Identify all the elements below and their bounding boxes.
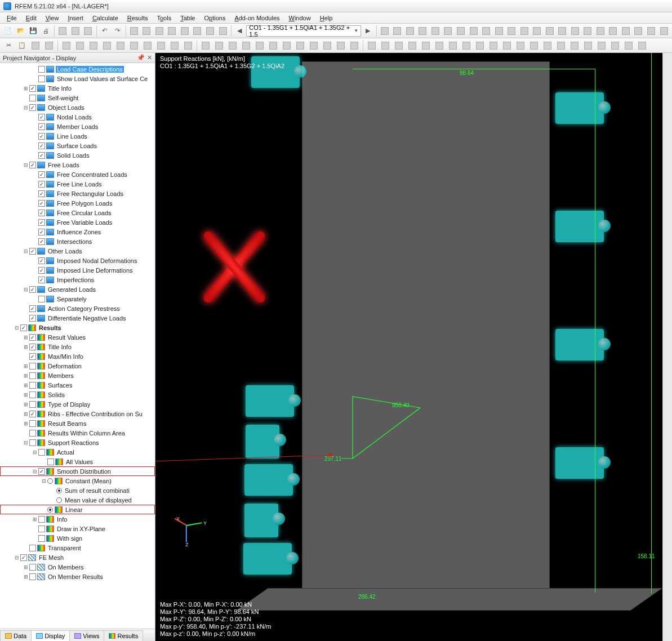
tool-icon[interactable] [57, 25, 69, 37]
menu-options[interactable]: Options [199, 14, 230, 23]
tool-icon[interactable] [204, 25, 216, 37]
tool-icon[interactable] [154, 25, 166, 37]
tool-icon[interactable] [557, 25, 568, 37]
navigator-tree[interactable]: Load Case DescriptionsShow Load Values a… [0, 63, 155, 629]
tree-checkbox[interactable] [38, 449, 45, 456]
tree-checkbox[interactable] [38, 238, 45, 245]
tree-checkbox[interactable] [29, 104, 36, 111]
tool-icon[interactable] [182, 39, 194, 52]
menu-table[interactable]: Table [176, 14, 199, 23]
tree-item[interactable]: ⊟Constant (Mean) [0, 476, 155, 486]
copy-button[interactable] [16, 39, 28, 52]
tree-checkbox[interactable] [29, 430, 36, 437]
cut-button[interactable] [2, 39, 15, 52]
new-button[interactable] [2, 25, 14, 37]
close-icon[interactable]: ✕ [147, 54, 152, 61]
tool-icon[interactable] [468, 25, 479, 37]
tool-icon[interactable] [166, 25, 178, 37]
tool-icon[interactable] [70, 25, 82, 37]
tool-icon[interactable] [393, 39, 405, 52]
tree-item[interactable]: ⊟Object Loads [0, 103, 155, 112]
tool-icon[interactable] [541, 39, 554, 52]
tree-item[interactable]: ⊟Other Loads [0, 246, 155, 256]
tool-icon[interactable] [366, 39, 378, 52]
tree-item[interactable]: Action Category Prestress [0, 304, 155, 313]
tree-checkbox[interactable] [29, 85, 36, 92]
tool-icon[interactable] [622, 39, 635, 52]
navigator-tab-views[interactable]: Views [69, 630, 104, 641]
tool-icon[interactable] [420, 39, 432, 52]
tree-checkbox[interactable] [29, 286, 36, 293]
tool-icon[interactable] [582, 39, 594, 52]
tree-item[interactable]: ⊟Results [0, 323, 155, 332]
tree-checkbox[interactable] [38, 210, 45, 216]
tool-icon[interactable] [141, 25, 153, 37]
undo-button[interactable] [99, 25, 111, 37]
tool-icon[interactable] [321, 39, 333, 52]
menu-view[interactable]: View [41, 14, 64, 23]
tree-item[interactable]: Nodal Loads [0, 112, 155, 122]
tree-checkbox[interactable] [38, 267, 45, 274]
tree-expander[interactable]: ⊞ [23, 382, 29, 388]
tree-checkbox[interactable] [38, 200, 45, 207]
tree-item[interactable]: Load Case Descriptions [0, 64, 155, 74]
tool-icon[interactable] [213, 39, 225, 52]
tool-icon[interactable] [43, 39, 55, 52]
tool-icon[interactable] [281, 39, 293, 52]
tool-icon[interactable] [141, 39, 154, 52]
tree-item[interactable]: Free Variable Loads [0, 217, 155, 227]
tree-item[interactable]: ⊞Title Info [0, 83, 155, 93]
tree-checkbox[interactable] [38, 468, 45, 475]
tree-checkbox[interactable] [29, 564, 36, 571]
tree-checkbox[interactable] [29, 305, 36, 312]
tool-icon[interactable] [101, 39, 113, 52]
tool-icon[interactable] [493, 25, 505, 37]
tree-item[interactable]: Linear [0, 505, 155, 514]
menu-window[interactable]: Window [284, 14, 315, 23]
tree-checkbox[interactable] [29, 401, 36, 408]
tree-checkbox[interactable] [29, 545, 36, 551]
tool-icon[interactable] [87, 39, 100, 52]
tree-expander[interactable]: ⊞ [23, 421, 29, 426]
tool-icon[interactable] [595, 39, 608, 52]
tree-item[interactable]: Surface Loads [0, 141, 155, 150]
loadcase-combo[interactable]: CO1 - 1.35G1 + 1.5QiA1 + 1.35G2 + 1.5 ▼ [246, 25, 361, 37]
tree-expander[interactable]: ⊞ [23, 574, 29, 580]
tree-item[interactable]: ⊞Solids [0, 390, 155, 399]
tool-icon[interactable] [404, 25, 416, 37]
tree-item[interactable]: Free Polygon Loads [0, 198, 155, 208]
tree-expander[interactable]: ⊟ [32, 469, 38, 474]
tree-item[interactable]: Separately [0, 294, 155, 304]
tool-icon[interactable] [253, 39, 266, 52]
tool-icon[interactable] [128, 25, 140, 37]
tree-checkbox[interactable] [38, 219, 45, 226]
tree-item[interactable]: Sum of result combinati [0, 486, 155, 495]
tool-icon[interactable] [442, 25, 454, 37]
tree-item[interactable]: Free Line Loads [0, 179, 155, 189]
tree-checkbox[interactable] [29, 439, 36, 446]
next-loadcase-button[interactable] [362, 25, 374, 37]
tool-icon[interactable] [568, 39, 581, 52]
tree-expander[interactable]: ⊞ [23, 392, 29, 398]
tool-icon[interactable] [474, 39, 486, 52]
tree-item[interactable]: Differentiate Negative Loads [0, 313, 155, 323]
tree-checkbox[interactable] [38, 257, 45, 264]
tree-radio[interactable] [47, 507, 53, 513]
tool-icon[interactable] [379, 39, 391, 52]
tree-checkbox[interactable] [38, 296, 45, 302]
tree-checkbox[interactable] [38, 190, 45, 197]
tool-icon[interactable] [348, 39, 361, 52]
tool-icon[interactable] [460, 39, 473, 52]
tool-icon[interactable] [607, 25, 619, 37]
tree-item[interactable]: With sign [0, 533, 155, 543]
tree-item[interactable]: ⊟Support Reactions [0, 438, 155, 447]
viewport-scrollbar[interactable] [662, 53, 672, 641]
tree-item[interactable]: ⊞Ribs - Effective Contribution on Su [0, 409, 155, 419]
tree-checkbox[interactable] [20, 554, 27, 561]
tree-checkbox[interactable] [29, 420, 36, 427]
tree-expander[interactable]: ⊞ [23, 335, 29, 340]
tree-checkbox[interactable] [20, 324, 27, 331]
tool-icon[interactable] [514, 39, 527, 52]
tree-item[interactable]: Show Load Values at Surface Ce [0, 74, 155, 83]
tree-radio[interactable] [47, 478, 53, 484]
